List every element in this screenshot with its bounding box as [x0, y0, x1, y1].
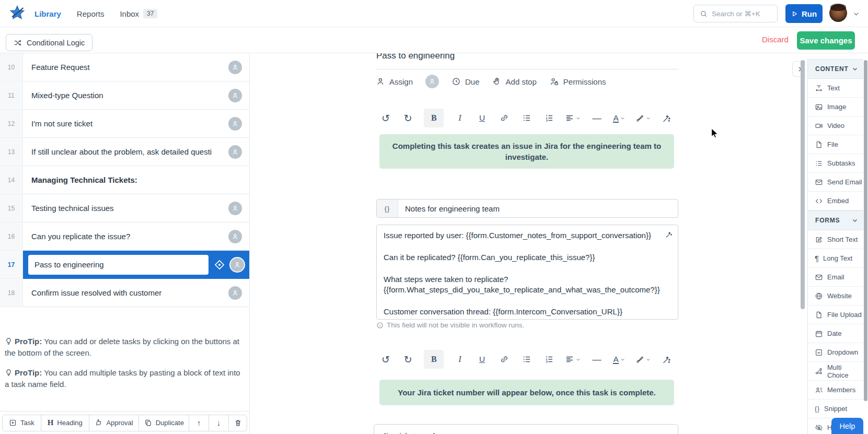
- sidebar-item-date[interactable]: Date: [808, 324, 863, 343]
- due-button[interactable]: Due: [452, 77, 480, 86]
- text-color-icon[interactable]: A: [613, 350, 626, 369]
- assign-button[interactable]: Assign: [376, 77, 413, 86]
- nav-link-library[interactable]: Library: [34, 9, 61, 18]
- sidebar-item-send-email[interactable]: Send Email: [808, 173, 863, 192]
- magic-wand-icon[interactable]: [661, 109, 673, 127]
- chevron-down-icon[interactable]: [853, 10, 860, 17]
- link-icon[interactable]: [498, 350, 511, 369]
- nav-link-reports[interactable]: Reports: [77, 9, 105, 18]
- task-row[interactable]: 11 Mixed-type Question: [0, 81, 249, 110]
- sidebar-item-multi-choice[interactable]: Multi Choice: [808, 362, 863, 381]
- sidebar-item-subtasks[interactable]: Subtasks: [808, 154, 863, 173]
- app-logo-icon[interactable]: [9, 5, 26, 21]
- assignee-avatar-icon[interactable]: [230, 258, 244, 272]
- underline-button[interactable]: U: [476, 109, 489, 127]
- text-color-icon[interactable]: A: [613, 109, 626, 127]
- sidebar-item-video[interactable]: Video: [808, 116, 863, 135]
- bold-button[interactable]: B: [424, 350, 444, 369]
- jira-ticket-field[interactable]: Jira ticket number: [374, 424, 678, 434]
- align-icon[interactable]: [565, 350, 581, 369]
- bullet-list-icon[interactable]: [520, 350, 533, 369]
- help-button[interactable]: Help: [831, 418, 863, 434]
- duplicate-button[interactable]: Duplicate: [138, 415, 189, 431]
- insert-variable-wand-icon[interactable]: [665, 230, 673, 239]
- delete-task-button[interactable]: [228, 415, 247, 431]
- task-row-selected[interactable]: 17 Pass to engineering: [0, 251, 249, 279]
- discard-link[interactable]: Discard: [762, 35, 789, 44]
- sidebar-item-email[interactable]: Email: [808, 268, 863, 287]
- permissions-button[interactable]: Permissions: [549, 77, 606, 87]
- task-title-heading[interactable]: Pass to engineering: [376, 51, 678, 69]
- assigned-avatar-icon[interactable]: [425, 75, 439, 88]
- sidebar-item-image[interactable]: Image: [808, 98, 863, 116]
- search-input[interactable]: Search or ⌘+K: [693, 5, 778, 22]
- run-button[interactable]: Run: [785, 4, 823, 23]
- task-number: 14: [0, 166, 23, 194]
- sidebar-scrollbar[interactable]: [864, 60, 867, 401]
- save-changes-button[interactable]: Save changes: [797, 31, 855, 50]
- assignee-avatar-icon[interactable]: [228, 61, 242, 74]
- assignee-avatar-icon[interactable]: [228, 202, 242, 215]
- snippet-name-value[interactable]: Notes for engineering team: [398, 200, 678, 217]
- assignee-avatar-icon[interactable]: [228, 117, 242, 131]
- horizontal-rule-icon[interactable]: —: [591, 350, 603, 369]
- person-icon: [376, 77, 385, 86]
- task-row[interactable]: 15 Testing technical issues: [0, 194, 249, 222]
- sidebar-item-website[interactable]: Website: [808, 287, 863, 306]
- forms-section-header[interactable]: FORMS: [808, 210, 863, 230]
- conditional-logic-button[interactable]: Conditional Logic: [6, 34, 92, 51]
- task-name-input[interactable]: Pass to engineering: [28, 255, 209, 275]
- add-stop-button[interactable]: Add stop: [492, 77, 537, 86]
- task-row[interactable]: 12 I'm not sure ticket: [0, 110, 249, 138]
- move-up-button[interactable]: ↑: [189, 415, 209, 431]
- sidebar-item-snippet[interactable]: {} Snippet: [808, 400, 863, 418]
- sidebar-item-short-text[interactable]: Short Text: [808, 230, 863, 249]
- notes-textarea[interactable]: Issue reported by user: {{form.Customer_…: [376, 225, 678, 320]
- add-task-button[interactable]: Task: [2, 415, 41, 431]
- assignee-avatar-icon[interactable]: [228, 286, 242, 300]
- horizontal-rule-icon[interactable]: —: [591, 109, 603, 127]
- sidebar-item-embed[interactable]: Embed: [808, 192, 863, 210]
- sidebar-item-file-upload[interactable]: File Upload: [808, 306, 863, 324]
- add-approval-button[interactable]: Approval: [89, 415, 140, 431]
- assignee-avatar-icon[interactable]: [228, 145, 242, 159]
- task-row[interactable]: 13 If still unclear about the problem, a…: [0, 138, 249, 166]
- italic-button[interactable]: I: [454, 109, 466, 127]
- sidebar-item-members[interactable]: Members: [808, 381, 863, 400]
- numbered-list-icon[interactable]: [543, 109, 555, 127]
- conditional-diamond-icon[interactable]: [214, 259, 225, 271]
- link-icon[interactable]: [498, 109, 511, 127]
- sidebar-item-long-text[interactable]: ¶ Long Text: [808, 249, 863, 268]
- snippet-name-field[interactable]: {} Notes for engineering team: [376, 199, 678, 218]
- main-scrollbar[interactable]: [801, 60, 805, 309]
- undo-icon[interactable]: ↺: [379, 350, 392, 369]
- numbered-list-icon[interactable]: [543, 350, 555, 369]
- bold-button[interactable]: B: [424, 109, 444, 127]
- magic-wand-icon[interactable]: [661, 350, 673, 369]
- task-row[interactable]: 10 Feature Request: [0, 53, 249, 81]
- assignee-avatar-icon[interactable]: [228, 230, 242, 243]
- task-number: 10: [0, 53, 23, 81]
- content-section-header[interactable]: CONTENT: [808, 59, 863, 79]
- envelope-icon: [815, 273, 823, 281]
- highlight-brush-icon[interactable]: [635, 109, 651, 127]
- heading-row[interactable]: 14 Managing Technical Tickets:: [0, 166, 249, 194]
- undo-icon[interactable]: ↺: [379, 109, 392, 127]
- user-avatar[interactable]: [829, 4, 847, 22]
- sidebar-item-dropdown[interactable]: Dropdown: [808, 343, 863, 362]
- sidebar-item-file[interactable]: File: [808, 135, 863, 154]
- assignee-avatar-icon[interactable]: [228, 89, 242, 102]
- add-heading-button[interactable]: H Heading: [41, 415, 89, 431]
- underline-button[interactable]: U: [476, 350, 489, 369]
- sidebar-item-text[interactable]: Text: [808, 79, 863, 98]
- task-row[interactable]: 16 Can you replicate the issue?: [0, 222, 249, 251]
- bullet-list-icon[interactable]: [520, 109, 533, 127]
- align-icon[interactable]: [565, 109, 581, 127]
- highlight-brush-icon[interactable]: [635, 350, 651, 369]
- nav-link-inbox[interactable]: Inbox37: [120, 9, 157, 18]
- task-row[interactable]: 18 Confirm issue resolved with customer: [0, 279, 249, 307]
- italic-button[interactable]: I: [454, 350, 466, 369]
- redo-icon[interactable]: ↻: [402, 350, 414, 369]
- move-down-button[interactable]: ↓: [209, 415, 229, 431]
- redo-icon[interactable]: ↻: [402, 109, 414, 127]
